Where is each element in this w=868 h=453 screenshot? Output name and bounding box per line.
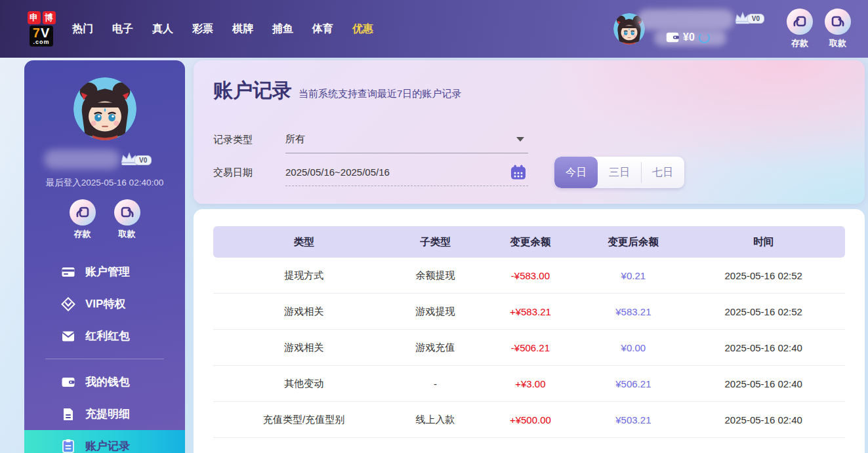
sidebar-item-bonus[interactable]: 红利红包 [24, 320, 185, 352]
nav-item-hot[interactable]: 热门 [72, 22, 93, 36]
sidebar-item-transactions[interactable]: 充提明细 [24, 398, 185, 430]
wallet-icon [666, 32, 679, 43]
topbar-actions: 存款 取款 [787, 9, 851, 49]
range-button-7days[interactable]: 七日 [641, 157, 684, 188]
deposit-button[interactable]: 存款 [70, 199, 96, 240]
cell-change: -¥583.00 [476, 270, 585, 281]
red-envelope-icon [61, 329, 75, 344]
logo-com: .com [33, 39, 50, 45]
sidebar-item-label: 账户记录 [85, 439, 130, 453]
page-subtitle: 当前系统支持查询最近7日的账户记录 [299, 88, 461, 100]
cell-subtype: 游戏充值 [394, 342, 476, 354]
cell-type: 充值类型/充值型别 [213, 414, 394, 426]
record-type-label: 记录类型 [213, 134, 285, 146]
account-sidebar: V0 最后登入2025-05-16 02:40:00 存款 取款 账户管理 [24, 60, 185, 453]
deposit-label: 存款 [791, 37, 808, 49]
cell-time: 2025-05-16 02:52 [682, 306, 845, 317]
table-row: 充值类型/充值型别 线上入款 +¥500.00 ¥503.21 2025-05-… [213, 402, 845, 438]
balance-row: ¥0 [666, 31, 710, 43]
cell-change: +¥583.21 [476, 306, 585, 317]
last-login-text: 最后登入2025-05-16 02:40:00 [24, 177, 185, 189]
withdraw-label: 取款 [119, 228, 136, 240]
cell-time: 2025-05-16 02:40 [682, 378, 845, 389]
cell-time: 2025-05-16 02:40 [682, 414, 845, 425]
cell-subtype: 线上入款 [394, 414, 476, 426]
table-row: 游戏相关 游戏充值 -¥506.21 ¥0.00 2025-05-16 02:4… [213, 330, 845, 366]
bank-card-icon [61, 265, 75, 279]
deposit-icon [787, 9, 813, 35]
record-type-row: 记录类型 所有 [213, 126, 528, 153]
records-table-panel: 类型 子类型 变更余额 变更后余额 时间 提现方式 余额提现 -¥583.00 … [194, 209, 865, 453]
page-title: 账户记录 [213, 77, 292, 104]
table-row: 提现方式 余额提现 -¥583.00 ¥0.21 2025-05-16 02:5… [213, 258, 845, 294]
col-header-type: 类型 [213, 235, 394, 249]
cell-after-balance: ¥583.21 [585, 306, 682, 317]
deposit-label: 存款 [74, 228, 91, 240]
vip-badge: V0 [120, 151, 152, 167]
title-row: 账户记录 当前系统支持查询最近7日的账户记录 [194, 60, 865, 104]
record-type-select[interactable]: 所有 [285, 126, 528, 153]
sidebar-item-vip[interactable]: VIP特权 [24, 288, 185, 320]
nav-item-promo[interactable]: 优惠 [352, 22, 373, 36]
cell-subtype: 余额提现 [394, 269, 476, 282]
col-header-after-balance: 变更后余额 [585, 235, 682, 249]
cell-after-balance: ¥506.21 [585, 378, 682, 389]
nav-item-sports[interactable]: 体育 [312, 22, 333, 36]
range-button-3days[interactable]: 三日 [598, 157, 641, 188]
menu-divider [45, 359, 164, 359]
nav-item-lottery[interactable]: 彩票 [192, 22, 213, 36]
cell-change: +¥3.00 [476, 378, 585, 389]
blurred-username [44, 149, 120, 169]
balance-amount: ¥0 [683, 31, 695, 43]
record-type-value: 所有 [285, 133, 305, 146]
calendar-icon[interactable] [510, 164, 527, 181]
table-header-row: 类型 子类型 变更余额 变更后余额 时间 [213, 226, 845, 258]
nav-item-live[interactable]: 真人 [152, 22, 173, 36]
brand-logo[interactable]: 申 博 7V .com [24, 11, 59, 47]
brand-badges: 申 博 [28, 11, 56, 24]
brand-logo-box: 7V .com [30, 26, 53, 47]
nav-item-slots[interactable]: 电子 [112, 22, 133, 36]
cell-type: 其他变动 [213, 378, 394, 390]
sidebar-item-label: 充提明细 [85, 406, 130, 422]
sidebar-menu: 账户管理 VIP特权 红利红包 我的钱包 [24, 256, 185, 453]
deposit-button[interactable]: 存款 [787, 9, 813, 49]
cell-after-balance: ¥0.00 [585, 342, 682, 353]
deposit-icon [70, 199, 96, 226]
logo-7: 7 [33, 26, 41, 40]
cell-subtype: - [394, 378, 476, 389]
nav-item-board[interactable]: 棋牌 [232, 22, 253, 36]
sidebar-item-account-records[interactable]: 账户记录 [24, 430, 185, 453]
nav-item-fishing[interactable]: 捕鱼 [272, 22, 293, 36]
sidebar-item-account-management[interactable]: 账户管理 [24, 256, 185, 288]
date-range-input[interactable]: 2025/05/16~2025/05/16 [285, 159, 528, 186]
profile-avatar[interactable] [73, 77, 136, 140]
main-nav: 热门 电子 真人 彩票 棋牌 捕鱼 体育 优惠 [72, 22, 373, 36]
profile-userline: V0 [24, 148, 185, 173]
date-range-value: 2025/05/16~2025/05/16 [285, 167, 390, 178]
cell-type: 提现方式 [213, 269, 394, 282]
range-button-today[interactable]: 今日 [554, 157, 598, 188]
sidebar-item-label: 账户管理 [85, 264, 130, 279]
table-row: 其他变动 - +¥3.00 ¥506.21 2025-05-16 02:40 [213, 366, 845, 402]
vip-badge: V0 [734, 10, 764, 25]
brand-badge-right: 博 [43, 11, 56, 24]
cell-after-balance: ¥503.21 [585, 414, 682, 425]
withdraw-button[interactable]: 取款 [114, 199, 140, 240]
user-cluster: V0 ¥0 存款 [613, 9, 851, 49]
date-range-label: 交易日期 [213, 167, 285, 179]
top-navigation-bar: 申 博 7V .com 热门 电子 真人 彩票 棋牌 捕鱼 体育 优惠 V0 [0, 0, 868, 58]
sidebar-quick-actions: 存款 取款 [24, 199, 185, 240]
cell-change: -¥506.21 [476, 342, 585, 353]
vip-level-tag: V0 [747, 14, 764, 24]
clipboard-icon [61, 439, 75, 453]
logo-v: V [41, 26, 50, 40]
brand-badge-left: 申 [28, 11, 41, 24]
cell-time: 2025-05-16 02:52 [682, 270, 845, 281]
account-records-table: 类型 子类型 变更余额 变更后余额 时间 提现方式 余额提现 -¥583.00 … [213, 226, 845, 438]
date-range-row: 交易日期 2025/05/16~2025/05/16 [213, 159, 528, 186]
withdraw-button[interactable]: 取款 [825, 9, 851, 49]
date-quick-range-group: 今日 三日 七日 [554, 157, 684, 188]
refresh-balance-icon[interactable] [699, 32, 710, 43]
sidebar-item-wallet[interactable]: 我的钱包 [24, 366, 185, 398]
